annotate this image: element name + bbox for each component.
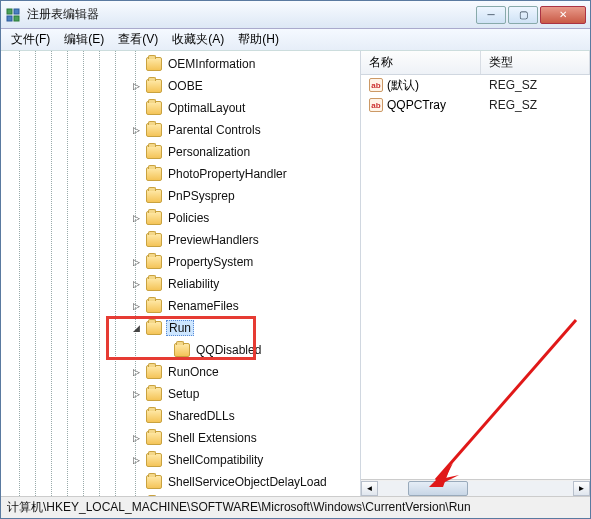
value-name: (默认) — [387, 77, 419, 94]
reg-sz-icon: ab — [369, 98, 383, 112]
tree-item[interactable]: PhotoPropertyHandler — [131, 163, 360, 185]
folder-icon — [146, 453, 162, 467]
window: 注册表编辑器 ─ ▢ ✕ 文件(F) 编辑(E) 查看(V) 收藏夹(A) 帮助… — [0, 0, 591, 519]
tree-item[interactable]: ▷Policies — [131, 207, 360, 229]
expander-icon — [131, 147, 142, 158]
close-button[interactable]: ✕ — [540, 6, 586, 24]
regedit-icon — [5, 7, 21, 23]
tree-item-label: PropertySystem — [166, 255, 255, 269]
tree-pane: OEMInformation▷OOBEOptimalLayout▷Parenta… — [1, 51, 361, 496]
statusbar: 计算机\HKEY_LOCAL_MACHINE\SOFTWARE\Microsof… — [1, 496, 590, 518]
svg-rect-3 — [14, 16, 19, 21]
tree-item[interactable]: Personalization — [131, 141, 360, 163]
folder-icon — [146, 211, 162, 225]
expander-icon — [131, 411, 142, 422]
expander-icon[interactable]: ▷ — [131, 81, 142, 92]
value-type: REG_SZ — [481, 78, 590, 92]
expander-icon[interactable]: ▷ — [131, 455, 142, 466]
tree-item[interactable]: OptimalLayout — [131, 97, 360, 119]
expander-icon — [131, 103, 142, 114]
menubar: 文件(F) 编辑(E) 查看(V) 收藏夹(A) 帮助(H) — [1, 29, 590, 51]
tree-list: OEMInformation▷OOBEOptimalLayout▷Parenta… — [1, 53, 360, 496]
folder-icon — [146, 57, 162, 71]
expander-icon — [131, 477, 142, 488]
window-buttons: ─ ▢ ✕ — [476, 6, 586, 24]
expander-icon[interactable]: ▷ — [131, 367, 142, 378]
value-name-cell: abQQPCTray — [361, 98, 481, 112]
menu-help[interactable]: 帮助(H) — [232, 29, 285, 50]
expander-icon — [159, 345, 170, 356]
folder-icon — [146, 431, 162, 445]
tree-scroll[interactable]: OEMInformation▷OOBEOptimalLayout▷Parenta… — [1, 51, 360, 496]
expander-icon[interactable]: ◢ — [131, 323, 142, 334]
minimize-button[interactable]: ─ — [476, 6, 506, 24]
menu-edit[interactable]: 编辑(E) — [58, 29, 110, 50]
list-body[interactable]: ab(默认)REG_SZabQQPCTrayREG_SZ — [361, 75, 590, 479]
folder-icon — [146, 321, 162, 335]
expander-icon — [131, 191, 142, 202]
tree-item[interactable]: ▷Setup — [131, 383, 360, 405]
tree-item-label: Run — [166, 320, 194, 336]
menu-file[interactable]: 文件(F) — [5, 29, 56, 50]
tree-item[interactable]: ▷ShellCompatibility — [131, 449, 360, 471]
tree-item[interactable]: PreviewHandlers — [131, 229, 360, 251]
expander-icon[interactable]: ▷ — [131, 389, 142, 400]
menu-view[interactable]: 查看(V) — [112, 29, 164, 50]
tree-item-label: RunOnce — [166, 365, 221, 379]
expander-icon[interactable]: ▷ — [131, 279, 142, 290]
tree-item-label: PhotoPropertyHandler — [166, 167, 289, 181]
tree-item[interactable]: QQDisabled — [131, 339, 360, 361]
tree-item[interactable]: ShellServiceObjectDelayLoad — [131, 471, 360, 493]
tree-item-label: Shell Extensions — [166, 431, 259, 445]
tree-item-label: PreviewHandlers — [166, 233, 261, 247]
folder-icon — [146, 299, 162, 313]
expander-icon[interactable]: ▷ — [131, 257, 142, 268]
folder-icon — [146, 365, 162, 379]
tree-item[interactable]: ▷OOBE — [131, 75, 360, 97]
scroll-right-button[interactable]: ► — [573, 481, 590, 496]
tree-item[interactable]: PnPSysprep — [131, 185, 360, 207]
status-path: 计算机\HKEY_LOCAL_MACHINE\SOFTWARE\Microsof… — [7, 499, 471, 516]
scroll-left-button[interactable]: ◄ — [361, 481, 378, 496]
expander-icon[interactable]: ▷ — [131, 213, 142, 224]
tree-item[interactable]: OEMInformation — [131, 53, 360, 75]
folder-icon — [146, 145, 162, 159]
col-type[interactable]: 类型 — [481, 51, 590, 74]
folder-icon — [146, 233, 162, 247]
tree-item-label: Reliability — [166, 277, 221, 291]
value-row[interactable]: ab(默认)REG_SZ — [361, 75, 590, 95]
tree-item[interactable]: ◢Run — [131, 317, 360, 339]
values-pane: 名称 类型 ab(默认)REG_SZabQQPCTrayREG_SZ ◄ ► — [361, 51, 590, 496]
window-title: 注册表编辑器 — [27, 6, 476, 23]
folder-icon — [146, 123, 162, 137]
tree-item[interactable]: ▷Parental Controls — [131, 119, 360, 141]
tree-item[interactable]: ▷RunOnce — [131, 361, 360, 383]
tree-item[interactable]: ▷Sidebar — [131, 493, 360, 496]
folder-icon — [146, 475, 162, 489]
tree-item-label: OOBE — [166, 79, 205, 93]
value-name: QQPCTray — [387, 98, 446, 112]
svg-rect-2 — [7, 16, 12, 21]
svg-rect-0 — [7, 9, 12, 14]
tree-item-label: ShellServiceObjectDelayLoad — [166, 475, 329, 489]
scroll-track[interactable] — [378, 481, 573, 496]
col-name[interactable]: 名称 — [361, 51, 481, 74]
tree-item[interactable]: ▷PropertySystem — [131, 251, 360, 273]
tree-item-label: ShellCompatibility — [166, 453, 265, 467]
value-row[interactable]: abQQPCTrayREG_SZ — [361, 95, 590, 115]
expander-icon — [131, 59, 142, 70]
menu-favorites[interactable]: 收藏夹(A) — [166, 29, 230, 50]
tree-item[interactable]: ▷Reliability — [131, 273, 360, 295]
scroll-thumb[interactable] — [408, 481, 468, 496]
maximize-button[interactable]: ▢ — [508, 6, 538, 24]
tree-item[interactable]: SharedDLLs — [131, 405, 360, 427]
tree-item[interactable]: ▷RenameFiles — [131, 295, 360, 317]
expander-icon[interactable]: ▷ — [131, 433, 142, 444]
expander-icon[interactable]: ▷ — [131, 125, 142, 136]
folder-icon — [146, 101, 162, 115]
expander-icon[interactable]: ▷ — [131, 301, 142, 312]
tree-item-label: Policies — [166, 211, 211, 225]
folder-icon — [146, 387, 162, 401]
tree-item[interactable]: ▷Shell Extensions — [131, 427, 360, 449]
h-scrollbar[interactable]: ◄ ► — [361, 479, 590, 496]
